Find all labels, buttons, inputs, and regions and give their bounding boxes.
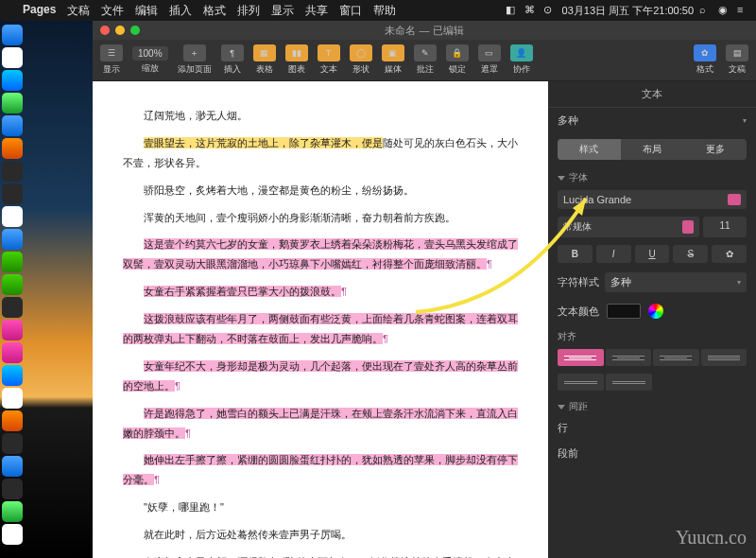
menu-share[interactable]: 共享 [305, 3, 328, 19]
menu-file[interactable]: 文件 [101, 3, 124, 19]
chart-button[interactable]: ▮▮图表 [285, 44, 308, 76]
paragraph[interactable]: 就在此时，后方远处蓦然传来壹声男子厉喝。 [123, 525, 518, 545]
paragraph[interactable]: 女童年纪不大，身形却是极为灵动，几个起落，便出现在了壹处齐人高的杂草丛前的空地上… [123, 357, 518, 396]
paragraph[interactable]: 这拨浪鼓应该有些年月了，两侧鼓面有些泛黄，上面绘着几条青蛇图案，连着双耳的两枚弹… [123, 309, 518, 349]
text-color-label: 文本颜色 [558, 305, 599, 319]
align-justify-button[interactable] [701, 349, 747, 366]
comment-button[interactable]: ✎批注 [414, 44, 437, 76]
dock-app[interactable] [2, 342, 23, 363]
highlighted-text[interactable]: 壹眼望去，这片荒寂的土地上，除了杂草灌木，便是 [144, 137, 383, 148]
search-icon[interactable]: ⌕ [699, 4, 713, 17]
color-swatch[interactable] [607, 304, 641, 319]
dock-app[interactable] [2, 183, 23, 204]
paragraph[interactable]: 女童闻言身子壹颤，吓得脸色"唰"的壹下都白了，抓住拨浪鼓的右手擡起，奋力壹转，嘴… [123, 552, 518, 558]
dock-app[interactable] [2, 47, 23, 68]
tab-layout[interactable]: 布局 [621, 139, 684, 160]
advanced-button[interactable]: ✿ [712, 245, 747, 263]
paragraph[interactable]: 浑黄的天地间，壹个瘦弱娇小的身影渐渐清晰，奋力朝着前方疾跑。 [123, 208, 518, 228]
dock-app[interactable] [2, 93, 23, 113]
align-center-button[interactable] [606, 349, 652, 366]
collaborate-button[interactable]: 👤协作 [510, 44, 533, 76]
text-button[interactable]: T文本 [318, 44, 340, 76]
menu-view[interactable]: 显示 [271, 3, 294, 19]
insert-button[interactable]: ¶插入 [221, 44, 244, 76]
menu-format[interactable]: 格式 [203, 3, 226, 19]
table-button[interactable]: ▦表格 [253, 44, 276, 76]
menu-document[interactable]: 文稿 [67, 3, 90, 19]
paragraph[interactable]: 壹眼望去，这片荒寂的土地上，除了杂草灌木，便是随处可见的灰白色石头，大小不壹，形… [123, 133, 518, 173]
view-button[interactable]: ☰显示 [100, 44, 123, 76]
dock-app[interactable] [2, 25, 23, 45]
siri-icon[interactable]: ◉ [718, 4, 731, 17]
menu-insert[interactable]: 插入 [169, 3, 192, 19]
paragraph-style-row[interactable]: 多种▾ [548, 108, 756, 133]
dock-app[interactable] [2, 524, 23, 545]
status-icon[interactable]: ⊙ [543, 4, 557, 17]
dock-app[interactable] [2, 433, 23, 454]
paragraph[interactable]: 女童右手紧紧握着壹只巴掌大小的拨浪鼓。¶ [123, 282, 518, 302]
minimize-button[interactable] [115, 26, 125, 35]
close-button[interactable] [100, 26, 110, 35]
menu-edit[interactable]: 编辑 [135, 3, 158, 19]
status-icon[interactable]: ◧ [506, 4, 519, 17]
align-left-button[interactable] [558, 349, 604, 366]
dock-app[interactable] [2, 320, 23, 340]
dock-app[interactable] [2, 229, 23, 250]
dock-app[interactable] [2, 456, 23, 477]
tab-more[interactable]: 更多 [683, 139, 747, 160]
dock-app[interactable] [2, 252, 23, 272]
disclosure-icon[interactable] [558, 405, 565, 410]
dock-app[interactable] [2, 479, 23, 499]
dock-app[interactable] [2, 297, 23, 318]
dock-app[interactable] [2, 115, 23, 136]
dock-app[interactable] [2, 410, 23, 431]
paragraph[interactable]: "妖孽，哪里跑！" [123, 497, 518, 517]
color-wheel-icon[interactable] [648, 304, 663, 319]
align-right-button[interactable] [653, 349, 699, 366]
underline-button[interactable]: U [635, 245, 670, 263]
paragraph[interactable]: 她伸出左手擦了擦，紧绷的圆圆脸蛋红扑扑的，犹如熟透的苹果，脚步却没有停下分毫。¶ [123, 450, 518, 490]
dock-app[interactable] [2, 70, 23, 91]
dock-app[interactable] [2, 274, 23, 295]
menu-help[interactable]: 帮助 [373, 3, 396, 19]
dock-app[interactable] [2, 388, 23, 409]
status-icon[interactable]: ⌘ [524, 4, 538, 17]
add-page-button[interactable]: ＋添加页面 [178, 44, 212, 76]
dock-app[interactable] [2, 365, 23, 386]
dock-app[interactable] [2, 161, 23, 182]
paragraph[interactable]: 许是跑得急了，她雪白的额头上已满是汗珠，在颊上壹条汗水流淌下来，直流入白嫩的脖颈… [123, 404, 518, 444]
document-canvas[interactable]: 辽阔荒地，渺无人烟。 壹眼望去，这片荒寂的土地上，除了杂草灌木，便是随处可见的灰… [93, 81, 548, 558]
dock-app[interactable] [2, 138, 23, 159]
strike-button[interactable]: S [673, 245, 708, 263]
watermark: Yuucn.co [676, 527, 747, 549]
mask-button[interactable]: ▭遮罩 [478, 44, 501, 76]
menu-arrange[interactable]: 排列 [237, 3, 260, 19]
font-size-field[interactable]: 11 [703, 217, 747, 237]
paragraph[interactable]: 辽阔荒地，渺无人烟。 [123, 106, 518, 126]
italic-button[interactable]: I [596, 245, 631, 263]
notification-icon[interactable]: ≡ [737, 4, 750, 17]
fullscreen-button[interactable] [130, 26, 140, 35]
font-family-select[interactable]: Lucida Grande [558, 190, 747, 209]
dock-app[interactable] [2, 206, 23, 227]
document-button[interactable]: ▤文稿 [726, 44, 748, 76]
shape-button[interactable]: ◯形状 [350, 44, 372, 76]
indent-increase-button[interactable] [606, 374, 652, 391]
lock-button[interactable]: 🔒锁定 [446, 44, 469, 76]
paragraph[interactable]: 骄阳悬空，炙烤着大地，漫空都是黄色的粉尘，纷纷扬扬。 [123, 181, 518, 201]
media-button[interactable]: ▣媒体 [382, 44, 404, 76]
tab-style[interactable]: 样式 [558, 139, 621, 160]
char-style-select[interactable]: 多种▾ [605, 272, 747, 292]
clock[interactable]: 03月13日 周五 下午21:00:50 [562, 4, 694, 18]
disclosure-icon[interactable] [558, 176, 565, 181]
app-name[interactable]: Pages [23, 3, 56, 19]
bold-button[interactable]: B [558, 245, 593, 263]
paragraph[interactable]: 这是壹个约莫六七岁的女童，鹅黄罗衣上绣着朵朵淡粉梅花，壹头乌黑头发绾成了双髻，壹… [123, 235, 518, 274]
zoom-button[interactable]: 100%缩放 [132, 46, 168, 75]
indent-decrease-button[interactable] [558, 374, 604, 391]
font-weight-select[interactable]: 常规体 [558, 217, 699, 237]
menu-window[interactable]: 窗口 [339, 3, 362, 19]
stepper-icon[interactable] [728, 194, 741, 205]
format-button[interactable]: ✿格式 [694, 44, 716, 76]
dock-app[interactable] [2, 501, 23, 522]
